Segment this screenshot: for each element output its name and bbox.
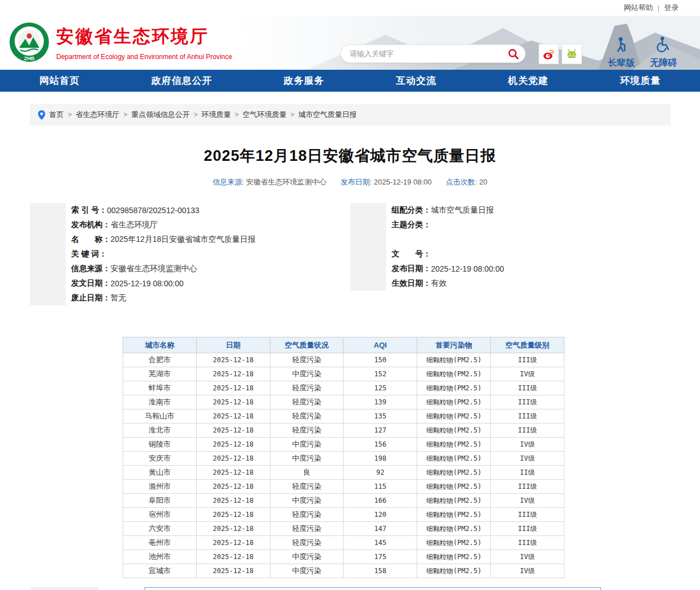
search-button[interactable]	[505, 46, 522, 62]
table-cell: 轻度污染	[270, 522, 344, 536]
table-cell: 安庆市	[123, 452, 197, 466]
table-row-13: 六安市2025-12-18轻度污染147细颗粒物(PM2.5)III级	[123, 522, 564, 536]
site-help-link[interactable]: 网站帮助	[624, 3, 653, 13]
info-row-left-5: 信息来源：安徽省生态环境监测中心	[30, 262, 350, 276]
table-cell: 细颗粒物(PM2.5)	[417, 409, 491, 424]
table-cell: 轻度污染	[270, 381, 344, 395]
table-cell: III级	[491, 536, 564, 550]
breadcrumb-separator: >	[291, 111, 295, 119]
info-row-left-6: 发文日期：2025-12-19 08:00:00	[30, 276, 350, 291]
table-cell: 轻度污染	[270, 480, 344, 494]
info-row-indent	[350, 232, 386, 247]
table-cell: 芜湖市	[123, 367, 197, 381]
table-row-8: 安庆市2025-12-18中度污染198细颗粒物(PM2.5)IV级	[123, 452, 564, 466]
table-row-16: 宣城市2025-12-18中度污染158细颗粒物(PM2.5)IV级	[123, 564, 564, 578]
mobile-app-button[interactable]	[562, 44, 582, 64]
table-cell: 152	[344, 367, 417, 381]
info-row-indent	[350, 218, 386, 232]
breadcrumb-item-1[interactable]: 首页	[49, 110, 64, 120]
top-utility-bar: 网站帮助 | 登录	[0, 0, 700, 16]
info-row-left-7: 废止日期：暂无	[30, 291, 350, 305]
info-value: 暂无	[111, 293, 127, 303]
table-row-7: 铜陵市2025-12-18中度污染156细颗粒物(PM2.5)IV级	[123, 438, 564, 452]
document-info-right-column: 组配分类：城市空气质量日报主题分类：文 号：发布日期：2025-12-19 08…	[350, 203, 671, 305]
breadcrumb-separator: >	[124, 111, 128, 119]
info-row-indent	[30, 247, 66, 262]
meta-source-value: 安徽省生态环境监测中心	[246, 178, 327, 186]
table-row-15: 池州市2025-12-18中度污染175细颗粒物(PM2.5)IV级	[123, 550, 564, 564]
table-row-4: 淮南市2025-12-18轻度污染139细颗粒物(PM2.5)III级	[123, 395, 564, 409]
table-cell: 166	[344, 494, 417, 508]
table-cell: 轻度污染	[270, 424, 344, 438]
nav-item-4[interactable]: 互动交流	[396, 74, 436, 87]
table-cell: 亳州市	[123, 536, 197, 550]
info-label: 文 号：	[392, 249, 431, 259]
info-label: 信息来源：	[71, 264, 111, 274]
table-cell: 2025-12-18	[196, 395, 270, 409]
column-header: 空气质量级别	[491, 337, 564, 353]
breadcrumb-item-3[interactable]: 重点领域信息公开	[132, 110, 190, 120]
column-header: 首要污染物	[417, 337, 491, 353]
weibo-share-button[interactable]	[539, 44, 559, 64]
info-row-right-3	[350, 232, 671, 247]
table-cell: 细颗粒物(PM2.5)	[417, 508, 491, 522]
table-cell: III级	[491, 353, 564, 367]
table-cell: 92	[344, 466, 417, 480]
table-cell: 细颗粒物(PM2.5)	[417, 564, 491, 578]
info-label: 生效日期：	[392, 278, 431, 289]
info-value: 城市空气质量日报	[431, 205, 494, 215]
table-row-3: 蚌埠市2025-12-18轻度污染125细颗粒物(PM2.5)III级	[123, 381, 564, 395]
accessibility-button[interactable]: 无障碍	[645, 36, 681, 69]
info-row-left-4: 关 键 词：	[30, 247, 350, 262]
table-row-14: 亳州市2025-12-18轻度污染145细颗粒物(PM2.5)III级	[123, 536, 564, 550]
document-info-block: 索 引 号：002985878/202512-00133发布机构：省生态环境厅名…	[30, 201, 671, 308]
nav-item-2[interactable]: 政府信息公开	[151, 74, 212, 87]
info-row-left-1: 索 引 号：002985878/202512-00133	[30, 203, 350, 218]
breadcrumb-item-4[interactable]: 环境质量	[202, 110, 231, 120]
info-row-right-6: 生效日期：有效	[350, 276, 671, 291]
nav-item-5[interactable]: 机关党建	[508, 74, 549, 87]
info-row-left-2: 发布机构：省生态环境厅	[30, 218, 350, 232]
breadcrumb-separator: >	[194, 111, 198, 119]
table-cell: 轻度污染	[270, 508, 344, 522]
info-label: 发布机构：	[71, 220, 111, 230]
info-row-indent	[30, 291, 66, 305]
table-cell: IV级	[491, 564, 564, 578]
breadcrumb-item-6[interactable]: 城市空气质量日报	[299, 110, 357, 120]
table-cell: 147	[344, 522, 417, 536]
table-cell: 135	[344, 409, 417, 424]
search-bar	[340, 44, 526, 63]
nav-item-3[interactable]: 政务服务	[284, 74, 324, 87]
search-input[interactable]	[350, 49, 505, 58]
meta-hits-label: 点击次数:	[446, 178, 477, 186]
breadcrumb-item-2[interactable]: 省生态环境厅	[76, 110, 120, 120]
elder-version-button[interactable]: 长辈版	[603, 36, 639, 69]
info-value: 省生态环境厅	[111, 220, 158, 230]
table-cell: 2025-12-18	[196, 353, 270, 367]
breadcrumb: 首页>省生态环境厅>重点领域信息公开>环境质量>空气环境质量>城市空气质量日报	[30, 104, 671, 125]
breadcrumb-item-5[interactable]: 空气环境质量	[243, 110, 287, 120]
table-cell: 2025-12-18	[196, 564, 270, 578]
nav-item-6[interactable]: 环境质量	[620, 74, 661, 87]
table-row-1: 合肥市2025-12-18轻度污染150细颗粒物(PM2.5)III级	[123, 353, 564, 367]
table-cell: 宣城市	[123, 564, 197, 578]
info-row-indent	[30, 232, 66, 247]
main-navigation: 网站首页政府信息公开政务服务互动交流机关党建环境质量	[0, 70, 700, 92]
login-link[interactable]: 登录	[664, 3, 679, 13]
table-cell: 2025-12-18	[196, 466, 270, 480]
nav-item-1[interactable]: 网站首页	[39, 74, 80, 87]
info-row-indent	[350, 276, 386, 291]
table-cell: 合肥市	[123, 353, 197, 367]
ministry-emblem-icon: ZHB	[9, 22, 49, 62]
aqi-explanation-section: AQI说明 术语和定义：空气质量指数 air quality index (AQ…	[31, 587, 700, 590]
info-row-indent	[30, 203, 66, 218]
aqi-note-label: AQI说明	[98, 587, 144, 590]
table-cell: 2025-12-18	[196, 536, 270, 550]
table-row-9: 黄山市2025-12-18良92细颗粒物(PM2.5)II级	[123, 466, 564, 480]
table-row-5: 马鞍山市2025-12-18轻度污染135细颗粒物(PM2.5)III级	[123, 409, 564, 424]
site-header: ZHB 安徽省生态环境厅 Department of Ecology and E…	[0, 16, 700, 70]
table-cell: 2025-12-18	[196, 367, 270, 381]
table-cell: 细颗粒物(PM2.5)	[417, 367, 491, 381]
meta-hits-value: 20	[479, 178, 487, 186]
site-logo[interactable]: ZHB	[9, 22, 49, 65]
